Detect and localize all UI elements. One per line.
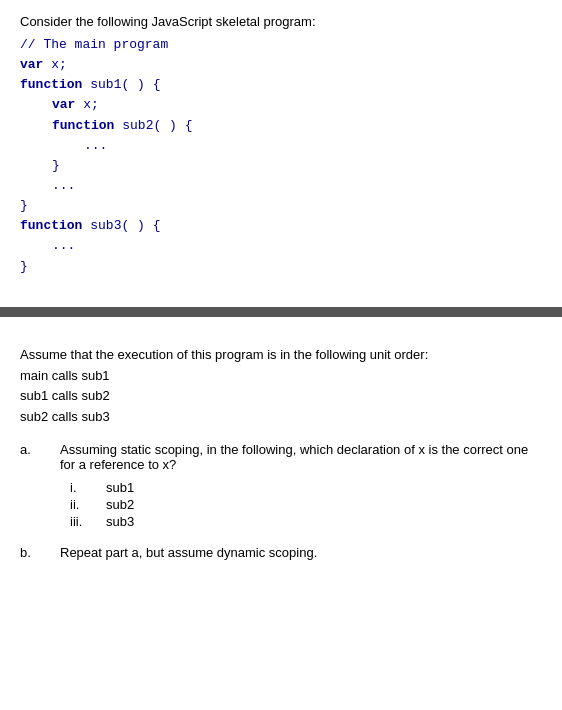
call-order-3: sub2 calls sub3 <box>20 407 542 428</box>
call-order-2: sub1 calls sub2 <box>20 386 542 407</box>
section-divider <box>0 307 562 317</box>
code-line-9: } <box>20 196 542 216</box>
keyword-var-2: var <box>52 97 75 112</box>
option-a-i-value: sub1 <box>106 480 134 495</box>
bottom-section: Assume that the execution of this progra… <box>0 327 562 594</box>
code-line-7: } <box>20 156 542 176</box>
option-a-iii: iii. sub3 <box>70 514 542 529</box>
keyword-function-2: function <box>52 118 114 133</box>
code-line-8: ... <box>20 176 542 196</box>
keyword-function-1: function <box>20 77 82 92</box>
call-order-1: main calls sub1 <box>20 366 542 387</box>
question-b-block: b. Repeat part a, but assume dynamic sco… <box>20 545 542 560</box>
code-line-4: var x; <box>20 95 542 115</box>
code-line-11: ... <box>20 236 542 256</box>
code-line-2: var x; <box>20 55 542 75</box>
option-a-ii: ii. sub2 <box>70 497 542 512</box>
option-a-ii-label: ii. <box>70 497 106 512</box>
option-a-iii-label: iii. <box>70 514 106 529</box>
comment-text: // The main program <box>20 37 168 52</box>
code-line-1: // The main program <box>20 35 542 55</box>
keyword-function-3: function <box>20 218 82 233</box>
code-line-3: function sub1( ) { <box>20 75 542 95</box>
code-line-10: function sub3( ) { <box>20 216 542 236</box>
option-a-ii-value: sub2 <box>106 497 134 512</box>
option-a-iii-value: sub3 <box>106 514 134 529</box>
question-b-label: b. <box>20 545 60 560</box>
code-block: // The main program var x; function sub1… <box>20 35 542 277</box>
call-order-block: main calls sub1 sub1 calls sub2 sub2 cal… <box>20 366 542 428</box>
question-b-text: Repeat part a, but assume dynamic scopin… <box>60 545 317 560</box>
keyword-var: var <box>20 57 43 72</box>
execution-intro: Assume that the execution of this progra… <box>20 347 542 362</box>
code-line-6: ... <box>20 136 542 156</box>
question-a-label: a. <box>20 442 60 457</box>
intro-text: Consider the following JavaScript skelet… <box>20 14 542 29</box>
question-a-block: a. Assuming static scoping, in the follo… <box>20 442 542 531</box>
question-a-options: i. sub1 ii. sub2 iii. sub3 <box>60 480 542 529</box>
top-section: Consider the following JavaScript skelet… <box>0 0 562 297</box>
code-line-5: function sub2( ) { <box>20 116 542 136</box>
code-line-12: } <box>20 257 542 277</box>
option-a-i: i. sub1 <box>70 480 542 495</box>
question-a-text: Assuming static scoping, in the followin… <box>60 442 528 472</box>
option-a-i-label: i. <box>70 480 106 495</box>
question-a-content: Assuming static scoping, in the followin… <box>60 442 542 531</box>
question-b-content: Repeat part a, but assume dynamic scopin… <box>60 545 542 560</box>
